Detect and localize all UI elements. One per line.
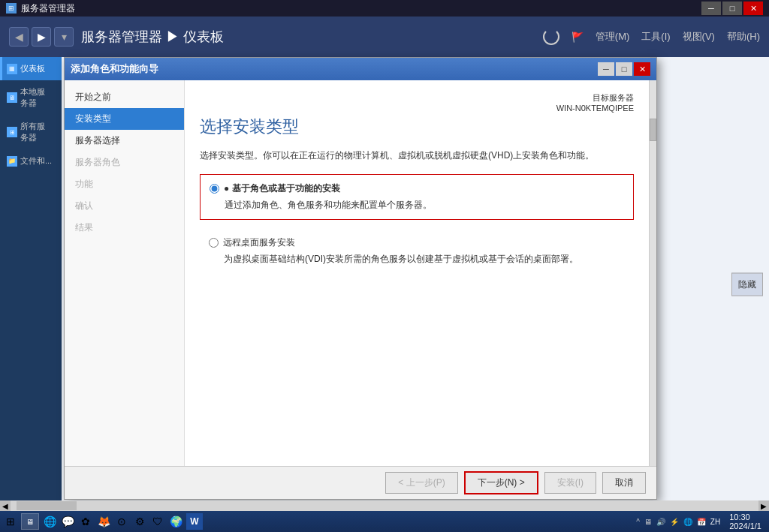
option1-label[interactable]: ● 基于角色或基于功能的安装 bbox=[210, 182, 624, 195]
dropdown-button[interactable]: ▾ bbox=[54, 27, 74, 47]
clock[interactable]: 10:302024/1/1 bbox=[725, 512, 766, 530]
option1-text: ● 基于角色或基于功能的安装 bbox=[224, 182, 340, 195]
dialog-close-button[interactable]: ✕ bbox=[634, 62, 650, 76]
sidebar: ▦ 仪表板 🖥 本地服务器 ⊞ 所有服务器 📁 文件和... bbox=[0, 57, 62, 511]
taskbar-flower-icon[interactable]: ✿ bbox=[78, 514, 93, 529]
option2-text: 远程桌面服务安装 bbox=[223, 236, 295, 249]
power-icon[interactable]: ⚡ bbox=[670, 518, 679, 526]
scroll-right-button[interactable]: ▶ bbox=[758, 500, 769, 511]
dialog-title-bar: 添加角色和功能向导 ─ □ ✕ bbox=[65, 58, 656, 80]
dialog-navigation: 开始之前 安装类型 服务器选择 服务器角色 功能 确认 结果 bbox=[65, 80, 185, 466]
nav-item-results: 结果 bbox=[65, 217, 184, 239]
target-server-name: WIN-N0KTEMQIPEE bbox=[556, 104, 634, 113]
start-button[interactable]: ⊞ bbox=[3, 514, 18, 529]
scroll-left-button[interactable]: ◀ bbox=[0, 500, 11, 511]
sidebar-item-files[interactable]: 📁 文件和... bbox=[0, 149, 62, 173]
taskbar-systray: ^ 🖥 🔊 ⚡ 🌐 📅 ZH 10:302024/1/1 bbox=[636, 512, 766, 530]
sidebar-item-all[interactable]: ⊞ 所有服务器 bbox=[0, 115, 62, 149]
horizontal-scrollbar-thumb[interactable] bbox=[17, 501, 77, 510]
files-icon: 📁 bbox=[7, 156, 17, 167]
dialog-minimize-button[interactable]: ─ bbox=[598, 62, 614, 76]
volume-icon[interactable]: 🔊 bbox=[656, 518, 665, 526]
sidebar-item-label: 本地服务器 bbox=[20, 86, 45, 109]
nav-item-before-start[interactable]: 开始之前 bbox=[65, 86, 184, 108]
app-icon: ⊞ bbox=[6, 3, 17, 14]
hide-button[interactable]: 隐藏 bbox=[731, 272, 763, 296]
window-title: 服务器管理器 bbox=[21, 2, 75, 15]
install-button[interactable]: 安装(I) bbox=[544, 472, 596, 494]
dialog-main-content: 目标服务器 WIN-N0KTEMQIPEE 选择安装类型 选择安装类型。你可以在… bbox=[185, 80, 649, 466]
taskbar-globe-icon[interactable]: 🌍 bbox=[168, 514, 183, 529]
option2-label[interactable]: 远程桌面服务安装 bbox=[209, 236, 625, 249]
option-remote-desktop[interactable]: 远程桌面服务安装 为虚拟桌面基础结构(VDI)安装所需的角色服务以创建基于虚拟机… bbox=[200, 229, 634, 273]
notification-icon[interactable]: 📅 bbox=[697, 518, 706, 526]
menu-tools[interactable]: 工具(I) bbox=[641, 30, 670, 44]
menu-help[interactable]: 帮助(H) bbox=[727, 30, 760, 44]
title-bar-left: ⊞ 服务器管理器 bbox=[6, 2, 75, 15]
option2-radio[interactable] bbox=[209, 238, 219, 248]
dialog-heading: 选择安装类型 bbox=[200, 116, 634, 138]
toolbar-right: 🚩 管理(M) 工具(I) 视图(V) 帮助(H) bbox=[543, 29, 760, 45]
add-roles-dialog: 添加角色和功能向导 ─ □ ✕ 开始之前 安装类型 服务器选择 服务器角色 功能… bbox=[64, 57, 657, 500]
flag-icon[interactable]: 🚩 bbox=[571, 32, 584, 43]
nav-item-features: 功能 bbox=[65, 173, 184, 195]
nav-item-server-roles: 服务器角色 bbox=[65, 152, 184, 173]
dialog-scrollbar[interactable] bbox=[649, 80, 656, 466]
dialog-controls: ─ □ ✕ bbox=[598, 62, 650, 76]
target-server-info: 目标服务器 WIN-N0KTEMQIPEE bbox=[200, 92, 634, 113]
systray-expand[interactable]: ^ bbox=[636, 518, 640, 526]
taskbar-w-icon[interactable]: W bbox=[186, 513, 203, 530]
next-button[interactable]: 下一步(N) > bbox=[464, 471, 538, 494]
close-button[interactable]: ✕ bbox=[743, 2, 763, 15]
dialog-title: 添加角色和功能向导 bbox=[71, 62, 158, 76]
dashboard-icon: ▦ bbox=[7, 64, 17, 74]
target-label: 目标服务器 bbox=[593, 93, 634, 102]
taskbar-server-manager[interactable]: 🖥 bbox=[21, 513, 39, 530]
menu-manage[interactable]: 管理(M) bbox=[596, 30, 630, 44]
breadcrumb: 服务器管理器 ▶ 仪表板 bbox=[81, 28, 224, 46]
taskbar: ⊞ 🖥 🌐 💬 ✿ 🦊 ⊙ ⚙ 🛡 🌍 W ^ 🖥 🔊 ⚡ 🌐 📅 ZH 10:… bbox=[0, 511, 769, 532]
option1-desc: 通过添加角色、角色服务和功能来配置单个服务器。 bbox=[210, 198, 624, 212]
nav-item-server-selection[interactable]: 服务器选择 bbox=[65, 130, 184, 152]
sidebar-item-dashboard[interactable]: ▦ 仪表板 bbox=[0, 57, 62, 80]
dialog-description: 选择安装类型。你可以在正在运行的物理计算机、虚拟机或脱机虚拟硬盘(VHD)上安装… bbox=[200, 149, 634, 162]
taskbar-edge-icon[interactable]: 🌐 bbox=[42, 514, 57, 529]
taskbar-firefox-icon[interactable]: 🦊 bbox=[96, 514, 111, 529]
taskbar-gear-icon[interactable]: ⚙ bbox=[132, 514, 147, 529]
navigation-buttons: ◀ ▶ ▾ bbox=[9, 27, 74, 47]
taskbar-circle-icon[interactable]: ⊙ bbox=[114, 514, 129, 529]
local-server-icon: 🖥 bbox=[7, 92, 17, 103]
main-toolbar: ◀ ▶ ▾ 服务器管理器 ▶ 仪表板 🚩 管理(M) 工具(I) 视图(V) 帮… bbox=[0, 17, 769, 57]
prev-button[interactable]: < 上一步(P) bbox=[385, 472, 457, 494]
taskbar-wechat-icon[interactable]: 💬 bbox=[60, 514, 75, 529]
minimize-button[interactable]: ─ bbox=[701, 2, 721, 15]
forward-button[interactable]: ▶ bbox=[32, 27, 51, 47]
title-bar-controls: ─ □ ✕ bbox=[701, 2, 763, 15]
nav-item-confirmation: 确认 bbox=[65, 195, 184, 217]
horizontal-scrollbar[interactable]: ◀ ▶ bbox=[0, 500, 769, 511]
dialog-footer: < 上一步(P) 下一步(N) > 安装(I) 取消 bbox=[65, 466, 656, 499]
scrollbar-thumb[interactable] bbox=[650, 119, 656, 141]
cancel-button[interactable]: 取消 bbox=[602, 472, 646, 494]
sidebar-item-label: 所有服务器 bbox=[20, 121, 45, 143]
maximize-button[interactable]: □ bbox=[722, 2, 742, 15]
sidebar-item-label: 文件和... bbox=[20, 155, 52, 167]
nav-item-install-type[interactable]: 安装类型 bbox=[65, 108, 184, 130]
option-role-based[interactable]: ● 基于角色或基于功能的安装 通过添加角色、角色服务和功能来配置单个服务器。 bbox=[200, 174, 634, 220]
sidebar-item-label: 仪表板 bbox=[20, 63, 45, 74]
option1-radio[interactable] bbox=[210, 184, 219, 194]
title-bar: ⊞ 服务器管理器 ─ □ ✕ bbox=[0, 0, 769, 17]
dialog-maximize-button[interactable]: □ bbox=[616, 62, 632, 76]
sidebar-item-local[interactable]: 🖥 本地服务器 bbox=[0, 80, 62, 115]
language-icon: ZH bbox=[710, 518, 720, 526]
back-button[interactable]: ◀ bbox=[9, 27, 29, 47]
taskbar-shield-icon[interactable]: 🛡 bbox=[150, 514, 165, 529]
network-icon[interactable]: 🖥 bbox=[644, 518, 652, 526]
all-servers-icon: ⊞ bbox=[7, 127, 17, 137]
option2-desc: 为虚拟桌面基础结构(VDI)安装所需的角色服务以创建基于虚拟机或基于会话的桌面部… bbox=[209, 252, 625, 266]
server-manager-icon: 🖥 bbox=[26, 518, 34, 526]
refresh-icon[interactable] bbox=[543, 29, 559, 45]
dialog-body: 开始之前 安装类型 服务器选择 服务器角色 功能 确认 结果 目标服务器 WIN… bbox=[65, 80, 656, 466]
network-status-icon[interactable]: 🌐 bbox=[683, 518, 692, 526]
menu-view[interactable]: 视图(V) bbox=[683, 30, 715, 44]
